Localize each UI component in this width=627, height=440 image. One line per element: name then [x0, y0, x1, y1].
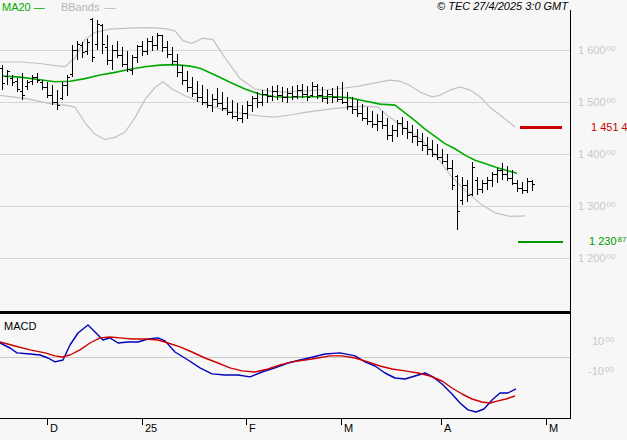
macd-line — [0, 325, 516, 412]
x-axis-label-december: D — [50, 422, 58, 434]
x-axis-label-april: A — [444, 422, 451, 434]
macd-signal-line — [0, 337, 515, 403]
bbands-line-swatch: — — [104, 1, 114, 13]
panel-separator — [0, 311, 570, 314]
price-axis-label-1600: 1 60000 — [578, 44, 615, 58]
x-axis-label-may: M — [549, 422, 558, 434]
chart-window: MA20 — BBands — © TEC 27/4/2025 3:0 GMT … — [0, 0, 627, 440]
price-axis-label-1400: 1 40000 — [578, 148, 615, 162]
x-axis-label-march: M — [344, 422, 353, 434]
chart-canvas — [0, 0, 627, 440]
copyright-text: © TEC 27/4/2025 3:0 GMT — [437, 0, 568, 12]
macd-panel-title: MACD — [4, 320, 36, 332]
x-axis-label-2025: 25 — [145, 422, 157, 434]
ohlc-bars — [0, 18, 535, 230]
x-axis-label-february: F — [249, 422, 256, 434]
legend-bbands-label: BBands — [61, 1, 100, 13]
price-axis-label-1500: 1 50000 — [578, 96, 615, 110]
legend-ma20-label: MA20 — [2, 1, 31, 13]
macd-axis-label-10: 1000 — [592, 335, 614, 349]
resistance-price-label: 1 451 45 — [591, 121, 627, 134]
legend: MA20 — BBands — — [2, 1, 114, 13]
price-axis-label-1300: 1 30000 — [578, 200, 615, 214]
price-axis-label-1200: 1 20000 — [578, 252, 615, 266]
macd-axis-label-neg10: -1000 — [588, 365, 614, 379]
support-price-label: 1 23087 — [589, 235, 626, 249]
ma20-line-swatch: — — [34, 1, 44, 13]
